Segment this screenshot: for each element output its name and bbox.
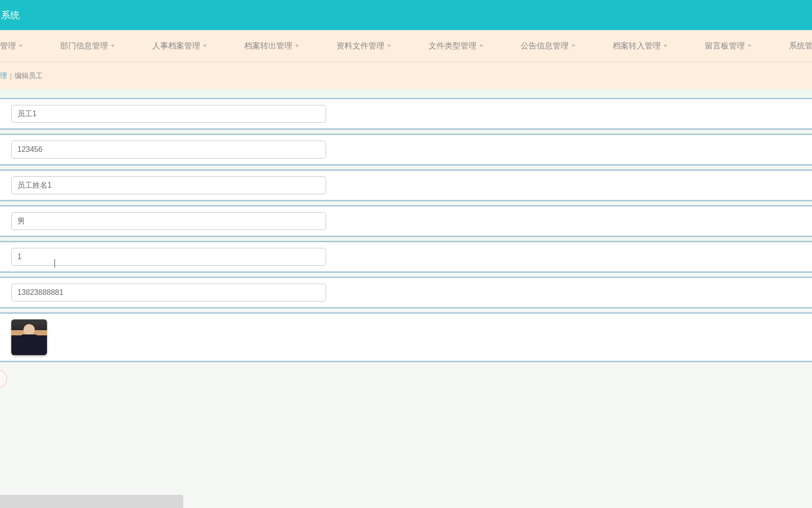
breadcrumb-parent-link[interactable]: 理 <box>0 71 7 80</box>
number-input[interactable] <box>11 248 326 266</box>
nav-item-system[interactable]: 系统管理 <box>770 40 812 51</box>
caret-down-icon <box>664 45 667 47</box>
caret-down-icon <box>748 45 751 47</box>
form-row-employee-name <box>0 169 812 201</box>
caret-down-icon <box>479 45 483 47</box>
employee-name-input[interactable] <box>11 176 326 194</box>
password-input[interactable] <box>11 141 326 159</box>
form-row-password <box>0 134 812 166</box>
nav-item-archive-out[interactable]: 档案转出管理 <box>226 40 318 51</box>
nav-label: 留言板管理 <box>705 40 745 51</box>
nav-label: 文件类型管理 <box>429 40 476 51</box>
username-input[interactable] <box>11 105 326 123</box>
nav-item-file-type[interactable]: 文件类型管理 <box>410 40 502 51</box>
caret-down-icon <box>111 45 115 47</box>
nav-item-hr-archive[interactable]: 人事档案管理 <box>133 40 226 51</box>
form-row-phone <box>0 277 812 309</box>
caret-down-icon <box>571 45 575 47</box>
caret-down-icon <box>203 45 207 47</box>
nav-label: 人事档案管理 <box>152 40 200 51</box>
bottom-status-bar <box>0 495 183 508</box>
employee-edit-form: ] <box>0 89 812 392</box>
nav-item-archive-in[interactable]: 档案转入管理 <box>594 40 686 51</box>
nav-item-message-board[interactable]: 留言板管理 <box>686 40 770 51</box>
submit-button[interactable]: ] <box>0 370 7 388</box>
nav-label: 档案转出管理 <box>244 40 292 51</box>
caret-down-icon <box>295 45 299 47</box>
caret-down-icon <box>387 45 391 47</box>
nav-label: 系统管理 <box>789 40 812 51</box>
nav-item-management[interactable]: 管理 <box>0 40 41 51</box>
nav-item-department[interactable]: 部门信息管理 <box>41 40 133 51</box>
employee-avatar-image[interactable] <box>11 319 47 355</box>
nav-label: 档案转入管理 <box>613 40 661 51</box>
nav-item-announcement[interactable]: 公告信息管理 <box>502 40 594 51</box>
nav-item-document[interactable]: 资料文件管理 <box>318 40 410 51</box>
form-row-username <box>0 98 812 130</box>
app-header: 系统 <box>0 0 812 30</box>
form-row-gender <box>0 205 812 237</box>
header-title: 系统 <box>0 9 20 22</box>
nav-label: 公告信息管理 <box>521 40 569 51</box>
main-navigation: 管理 部门信息管理 人事档案管理 档案转出管理 资料文件管理 文件类型管理 公告… <box>0 30 812 62</box>
phone-input[interactable] <box>11 284 326 302</box>
nav-label: 资料文件管理 <box>336 40 384 51</box>
nav-label: 部门信息管理 <box>60 40 108 51</box>
caret-down-icon <box>19 45 23 47</box>
breadcrumb-separator: | <box>10 72 12 80</box>
form-row-submit: ] <box>0 366 812 392</box>
text-cursor-icon <box>55 259 55 268</box>
breadcrumb: 理 | 编辑员工 <box>0 62 812 89</box>
breadcrumb-current: 编辑员工 <box>15 71 43 80</box>
nav-label: 管理 <box>0 40 16 51</box>
gender-input[interactable] <box>11 212 326 230</box>
form-row-avatar <box>0 312 812 362</box>
form-row-number <box>0 241 812 273</box>
